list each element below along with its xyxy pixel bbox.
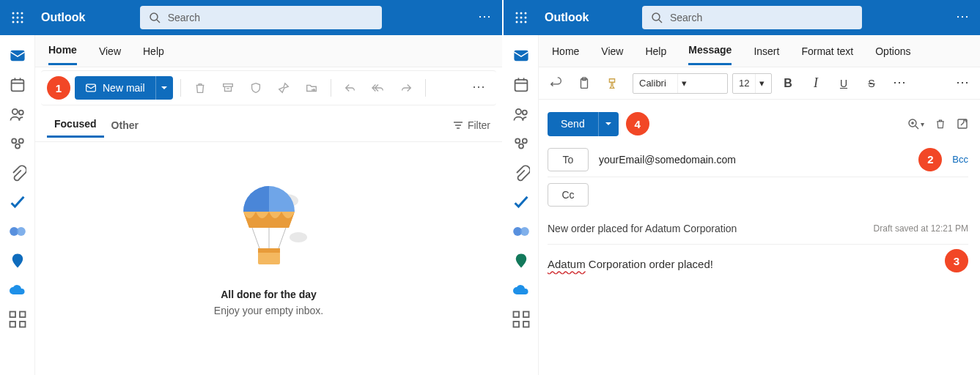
tab-insert[interactable]: Insert xyxy=(754,38,779,64)
svg-point-19 xyxy=(18,138,23,143)
font-size-dropdown[interactable]: 12 ▾ xyxy=(732,73,772,94)
bookings-icon xyxy=(512,252,530,270)
underline-button[interactable]: U xyxy=(832,72,855,95)
svg-point-55 xyxy=(515,109,520,114)
tab-options[interactable]: Options xyxy=(875,38,910,64)
outlook-window-inbox: Outlook Search xyxy=(0,0,502,375)
to-picker-button[interactable]: To xyxy=(548,148,589,171)
cc-field-row: Cc xyxy=(548,177,968,212)
font-name-dropdown[interactable]: Calibri ▾ xyxy=(633,73,728,94)
svg-rect-26 xyxy=(20,322,26,327)
calendar-icon xyxy=(512,76,530,94)
main-pane: Home View Help 1 New mail xyxy=(35,35,502,375)
filter-icon xyxy=(453,120,463,130)
to-field-row: To 2 Bcc xyxy=(548,142,968,177)
rail-people[interactable] xyxy=(9,105,26,123)
tab-focused[interactable]: Focused xyxy=(47,112,104,138)
svg-rect-23 xyxy=(10,312,15,318)
rail-onedrive[interactable] xyxy=(512,281,530,299)
rail-todo[interactable] xyxy=(9,193,26,211)
rail-files[interactable] xyxy=(512,164,530,182)
rail-groups[interactable] xyxy=(512,135,530,152)
rail-more-apps[interactable] xyxy=(9,311,26,328)
rail-app-1[interactable] xyxy=(512,223,530,240)
tab-view[interactable]: View xyxy=(601,38,623,64)
send-button[interactable]: Send xyxy=(548,112,598,136)
archive-button[interactable] xyxy=(216,76,240,100)
new-mail-button[interactable]: New mail xyxy=(75,76,155,100)
app-launcher-button[interactable] xyxy=(6,6,29,29)
titlebar-more-button[interactable] xyxy=(951,6,974,29)
new-mail-dropdown[interactable] xyxy=(155,76,173,100)
rail-mail[interactable] xyxy=(9,47,26,64)
ribbon-more-button[interactable] xyxy=(467,76,490,100)
format-more-button[interactable] xyxy=(888,72,911,95)
tab-home[interactable]: Home xyxy=(48,37,77,65)
send-options-dropdown[interactable] xyxy=(598,112,619,136)
nav-rail xyxy=(0,35,35,375)
rail-people[interactable] xyxy=(512,105,530,123)
empty-title: All done for the day xyxy=(221,289,317,300)
svg-rect-65 xyxy=(523,322,529,327)
report-button[interactable] xyxy=(244,76,268,100)
subject-input[interactable]: New order placed for Adatum Corporation xyxy=(548,223,874,234)
rail-more-apps[interactable] xyxy=(512,311,530,328)
app-launcher-button[interactable] xyxy=(509,6,533,29)
svg-point-44 xyxy=(525,17,527,19)
bold-button[interactable]: B xyxy=(776,72,800,95)
search-icon xyxy=(651,12,663,23)
cc-picker-button[interactable]: Cc xyxy=(548,183,589,207)
rail-files[interactable] xyxy=(9,164,26,182)
discard-button[interactable] xyxy=(935,118,946,130)
move-button[interactable] xyxy=(300,76,323,100)
tab-view[interactable]: View xyxy=(99,38,121,64)
compose-pane: Home View Help Message Insert Format tex… xyxy=(539,35,980,375)
tab-help[interactable]: Help xyxy=(143,38,164,64)
italic-button[interactable]: I xyxy=(804,72,828,95)
apps-grid-icon xyxy=(9,311,26,328)
svg-rect-24 xyxy=(20,312,26,318)
paste-button[interactable] xyxy=(572,72,596,95)
search-box[interactable]: Search xyxy=(140,6,382,29)
sweep-button[interactable] xyxy=(272,76,295,100)
tab-help[interactable]: Help xyxy=(645,38,666,64)
undo-icon xyxy=(550,77,563,90)
tab-other[interactable]: Other xyxy=(104,114,146,137)
forward-button[interactable] xyxy=(394,76,418,100)
zoom-button[interactable]: ▾ xyxy=(907,118,924,130)
svg-point-5 xyxy=(21,17,23,19)
rail-bookings[interactable] xyxy=(9,252,26,270)
strikethrough-button[interactable]: S xyxy=(860,72,883,95)
brush-icon xyxy=(605,77,619,90)
reply-button[interactable] xyxy=(339,76,362,100)
rail-calendar[interactable] xyxy=(512,76,530,94)
popout-button[interactable] xyxy=(957,118,968,130)
rail-groups[interactable] xyxy=(9,135,26,152)
bcc-toggle[interactable]: Bcc xyxy=(952,154,968,165)
tab-message[interactable]: Message xyxy=(688,37,732,65)
rail-mail[interactable] xyxy=(512,47,530,64)
cc-input[interactable] xyxy=(599,189,968,201)
tab-home[interactable]: Home xyxy=(552,38,579,64)
rail-todo[interactable] xyxy=(512,193,530,211)
reply-all-button[interactable] xyxy=(366,76,390,100)
tab-format[interactable]: Format text xyxy=(801,38,853,64)
ribbon-overflow-button[interactable] xyxy=(951,72,974,95)
undo-button[interactable] xyxy=(545,72,568,95)
rail-app-1[interactable] xyxy=(9,223,26,240)
filter-button[interactable]: Filter xyxy=(453,119,490,131)
delete-button[interactable] xyxy=(188,76,212,100)
rail-bookings[interactable] xyxy=(512,252,530,270)
svg-point-2 xyxy=(21,12,23,15)
body-word-1: Adatum xyxy=(548,258,586,270)
to-input[interactable] xyxy=(599,154,908,166)
rail-calendar[interactable] xyxy=(9,76,26,94)
rail-onedrive[interactable] xyxy=(9,281,26,299)
search-box[interactable]: Search xyxy=(642,6,862,29)
format-painter-button[interactable] xyxy=(600,72,624,95)
message-body[interactable]: Adatum Corporation order placed! xyxy=(548,245,968,270)
titlebar-more-button[interactable] xyxy=(473,6,496,29)
svg-point-41 xyxy=(525,12,527,15)
svg-point-57 xyxy=(515,138,520,143)
callout-2: 2 xyxy=(918,148,942,171)
